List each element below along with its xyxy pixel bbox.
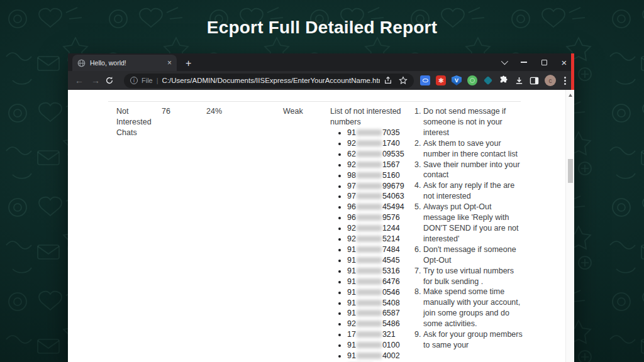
number-prefix: 91 <box>347 341 356 349</box>
page-scrollbar[interactable] <box>565 90 574 362</box>
number-prefix: 98 <box>347 171 356 180</box>
number-suffix: 1567 <box>382 160 400 169</box>
green-circle-extension-icon[interactable] <box>467 75 477 85</box>
diamond-extension-icon[interactable] <box>484 76 492 85</box>
number-prefix: 91 <box>347 309 356 317</box>
suggestion-item: Always put Opt-Out message like 'Reply w… <box>423 202 525 244</box>
phone-number-item: 915316 <box>347 266 409 277</box>
extensions-puzzle-icon[interactable] <box>499 75 509 85</box>
number-suffix: 5316 <box>382 266 400 275</box>
url-separator: | <box>157 77 158 84</box>
window-controls: × <box>494 53 574 71</box>
suggestion-text: Don't message if someone Opt-Out <box>423 245 516 265</box>
number-prefix: 91 <box>347 128 356 137</box>
number-suffix: 9576 <box>382 213 400 222</box>
search-tabs-button[interactable] <box>494 53 514 71</box>
number-prefix: 91 <box>347 299 356 307</box>
suggestion-item: Ask for your group members to same your <box>423 329 525 351</box>
extension-icons: ✱ V c <box>419 75 570 86</box>
number-prefix: 62 <box>347 150 356 158</box>
phone-number-item: 9799679 <box>347 181 409 192</box>
tab-title: Hello, world! <box>90 59 163 67</box>
url-text[interactable]: C:/Users/ADMIN/Documents/IISExpress/Ente… <box>162 77 380 84</box>
number-suffix: 0546 <box>382 288 400 297</box>
number-prefix: 91 <box>347 256 356 265</box>
back-button[interactable]: ← <box>72 75 86 85</box>
phone-number-item: 925214 <box>347 234 409 244</box>
suggestion-text: Do not send message if someone is not in… <box>423 107 506 137</box>
profile-avatar[interactable]: c <box>545 75 556 86</box>
redacted-digits <box>357 172 382 178</box>
scroll-up-arrow-icon[interactable] <box>569 94 572 97</box>
redacted-digits <box>357 278 382 285</box>
suggestion-text: Make spend some time manually with your … <box>423 287 520 328</box>
chrome-menu-icon[interactable] <box>562 77 569 85</box>
tab-strip: Hello, world! × + × <box>68 53 574 71</box>
number-prefix: 92 <box>347 319 356 328</box>
new-tab-button[interactable]: + <box>186 58 191 69</box>
downloads-icon[interactable] <box>514 76 524 85</box>
browser-tab[interactable]: Hello, world! × <box>72 55 177 71</box>
scrollbar-thumb[interactable] <box>568 159 573 183</box>
minimize-icon <box>521 62 527 63</box>
address-bar[interactable]: i File | C:/Users/ADMIN/Documents/IISExp… <box>124 74 414 88</box>
number-suffix: 45494 <box>382 202 404 211</box>
share-icon[interactable] <box>384 76 392 85</box>
phone-number-item: 985160 <box>347 170 409 181</box>
phone-number-item: 914002 <box>347 351 409 361</box>
phone-number-item: 925486 <box>347 319 409 329</box>
reload-button[interactable] <box>105 76 119 85</box>
browser-toolbar: ← → i File | C:/Users/ADMIN/Documents/II… <box>68 71 574 90</box>
number-suffix: 5214 <box>382 234 400 243</box>
page-info-icon[interactable]: i <box>130 77 138 84</box>
number-prefix: 92 <box>347 139 356 148</box>
shield-extension-icon[interactable]: V <box>452 75 462 85</box>
forward-button[interactable]: → <box>89 75 103 85</box>
suggestion-item: Do not send message if someone is not in… <box>423 106 525 138</box>
phone-number-item: 921567 <box>347 160 409 170</box>
not-interested-numbers-column: List of not interested numbers 917035 92… <box>330 106 409 362</box>
number-suffix: 09535 <box>382 150 404 158</box>
side-panel-icon[interactable] <box>530 76 539 85</box>
maximize-button[interactable] <box>534 53 554 71</box>
minimize-button[interactable] <box>514 53 534 71</box>
row-strength: Weak <box>283 106 303 117</box>
phone-number-item: 910546 <box>347 287 409 298</box>
suggestion-text: Ask for your group members to same your <box>423 330 523 349</box>
row-label: Not Interested Chats <box>116 106 162 138</box>
number-suffix: 1244 <box>382 224 400 233</box>
reload-icon <box>105 76 114 85</box>
number-suffix: 5160 <box>382 171 400 180</box>
browser-window: Hello, world! × + × ← → i File | C:/User… <box>68 53 574 362</box>
number-suffix: 1740 <box>382 139 400 148</box>
tab-close-icon[interactable]: × <box>167 59 172 67</box>
phone-number-item: 916476 <box>347 277 409 287</box>
redacted-digits <box>357 310 382 316</box>
row-percent: 24% <box>206 106 222 117</box>
suggestion-item: Try to use virtual numbers for bulk send… <box>423 266 525 287</box>
number-prefix: 91 <box>347 351 356 360</box>
redacted-digits <box>357 162 382 168</box>
phone-number-item: 914545 <box>347 255 409 266</box>
phone-number-item: 910100 <box>347 340 409 351</box>
redacted-digits <box>357 140 382 146</box>
number-suffix: 4002 <box>382 351 400 360</box>
suggestion-text: Ask for any reply if the are not interes… <box>423 181 514 200</box>
number-prefix: 92 <box>347 234 356 243</box>
bookmark-star-icon[interactable] <box>399 76 408 85</box>
maximize-icon <box>541 60 547 65</box>
numbers-list-title: List of not interested numbers <box>330 106 409 128</box>
number-suffix: 5486 <box>382 319 400 328</box>
red-badge-extension-icon[interactable]: ✱ <box>436 75 446 85</box>
number-prefix: 91 <box>347 266 356 275</box>
redacted-digits <box>357 342 382 348</box>
number-prefix: 97 <box>347 182 356 190</box>
number-suffix: 321 <box>382 330 396 339</box>
page-title: Ecport Full Detailed Report <box>0 18 644 38</box>
redacted-digits <box>357 289 382 295</box>
video-downloader-extension-icon[interactable] <box>420 75 430 85</box>
number-suffix: 6587 <box>382 309 400 317</box>
chevron-down-icon <box>501 58 508 65</box>
phone-number-item: 969576 <box>347 212 409 223</box>
phone-number-item: 915408 <box>347 298 409 309</box>
